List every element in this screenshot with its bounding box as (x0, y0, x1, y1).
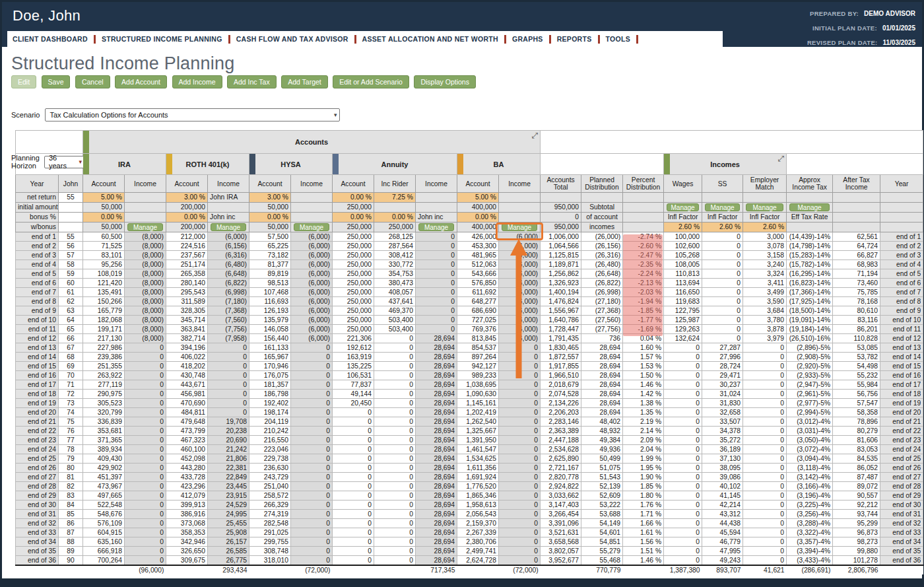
scenario-select[interactable]: Tax Calculation Options for Accounts ▾ (45, 108, 340, 121)
annuity-net-return-field[interactable]: 0.00 % (333, 193, 374, 203)
ba-account: 686,690 (457, 306, 499, 316)
save-button[interactable]: Save (42, 75, 71, 88)
main-nav: CLIENT DASHBOARD STRUCTURED INCOME PLANN… (7, 31, 723, 47)
annuity-initial-amount: 250,000 (333, 203, 374, 213)
col-wages: Wages (664, 175, 702, 193)
manage-income-tax-button[interactable]: Manage (789, 203, 830, 211)
add-income-button[interactable]: Add Income (172, 75, 222, 88)
roth-income: 0 (208, 399, 249, 408)
manage-employer-match-button[interactable]: Manage (746, 203, 783, 211)
roth-bonus-field[interactable]: 0.00 % (166, 213, 208, 223)
add-inc-tax-button[interactable]: Add Inc Tax (227, 75, 277, 88)
annuity-w-bonus: 250,000 (333, 223, 374, 232)
ira-net-return-field[interactable]: 5.00 % (83, 193, 125, 203)
ba-account: 1,691,924 (457, 473, 499, 482)
add-account-button[interactable]: Add Account (115, 75, 167, 88)
ba-net-return-field[interactable]: 5.00 % (457, 193, 499, 203)
ba-account: 813,845 (457, 334, 499, 343)
planned-distribution: 51,075 (581, 464, 623, 473)
annuity-inc-rider: 0 (374, 362, 416, 371)
col-percent-distribution: Percent Distribution (623, 175, 664, 193)
roth-income: (7,368) (208, 306, 249, 316)
nav-separator (228, 35, 230, 44)
ss: 49,243 (702, 556, 743, 566)
planned-distribution: 55,468 (581, 556, 623, 566)
nav-reports[interactable]: REPORTS (557, 35, 592, 43)
wages-infl-factor-field[interactable]: 2.60 % (664, 223, 702, 232)
manage-ira-income-button[interactable]: Manage (127, 223, 164, 231)
employer-match: 3,979 (743, 334, 787, 343)
nav-asset-allocation-net-worth[interactable]: ASSET ALLOCATION AND NET WORTH (362, 35, 498, 43)
ba-income: 0 (499, 399, 541, 408)
percent-distribution: 1.51 % (623, 547, 664, 556)
year-label-right: end of 15 (880, 362, 923, 371)
ba-account: 1,090,630 (457, 390, 499, 399)
annuity-inc-rider: 0 (374, 501, 416, 510)
ba-income: (6,000) (499, 297, 541, 306)
percent-distribution: -2.13 % (623, 279, 664, 288)
roth-income-name: John inc (208, 213, 249, 223)
manage-wages-button[interactable]: Manage (667, 203, 700, 211)
hysa-income: (6,000) (291, 260, 333, 269)
nav-structured-income-planning[interactable]: STRUCTURED INCOME PLANNING (102, 35, 222, 43)
annuity-bonus-field[interactable]: 0.00 % (333, 213, 374, 223)
ira-account: 251,355 (83, 362, 125, 371)
approx-income-tax: (3,118)-4% (787, 464, 833, 473)
year-label-right: end of 30 (880, 501, 923, 510)
roth-account: 328,305 (166, 306, 208, 316)
display-options-button[interactable]: Display Options (414, 75, 476, 88)
cancel-button[interactable]: Cancel (75, 75, 110, 88)
toolbar: Edit Save Cancel Add Account Add Income … (11, 75, 922, 88)
manage-roth-income-button[interactable]: Manage (211, 223, 247, 231)
inc-rider-rate-field[interactable]: 7.25 % (374, 193, 416, 203)
w-bonus-row: w/bonus 50,000 Manage 200,000 Manage 50,… (16, 223, 923, 232)
hysa-income: 0 (291, 473, 333, 482)
ira-bonus-field[interactable]: 0.00 % (83, 213, 125, 223)
percent-distribution: -2.60 % (623, 242, 664, 251)
employer-match-infl-factor-field[interactable]: 2.60 % (743, 223, 787, 232)
roth-income: 25,908 (208, 528, 249, 537)
table-row: end of 2074320,7990484,8110198,17400028,… (16, 408, 923, 417)
hysa-income: (6,000) (291, 297, 333, 306)
nav-cash-flow-tax-advisor[interactable]: CASH FLOW AND TAX ADVISOR (236, 35, 348, 43)
expand-icon[interactable]: ⤢ (531, 131, 538, 139)
roth-net-return-field[interactable]: 3.00 % (166, 193, 208, 203)
employer-match: 3,078 (743, 242, 787, 251)
percent-distribution-cell (623, 203, 664, 213)
year-label-right: end of 36 (880, 556, 923, 566)
edit-button[interactable]: Edit (11, 75, 36, 88)
planned-distribution: (26,156) (581, 242, 623, 251)
ss: 0 (702, 279, 743, 288)
manage-ba-income-button[interactable]: Manage (502, 223, 538, 231)
hysa-account: 251,040 (249, 482, 291, 491)
nav-client-dashboard[interactable]: CLIENT DASHBOARD (13, 35, 88, 43)
ss-manage-cell: Manage (702, 203, 743, 213)
percent-distribution (623, 565, 664, 574)
ba-account: 648,277 (457, 297, 499, 306)
ira-account: 217,130 (83, 334, 125, 343)
wages: 0 (664, 501, 702, 510)
manage-ss-button[interactable]: Manage (705, 203, 741, 211)
manage-hysa-income-button[interactable]: Manage (294, 223, 330, 231)
hysa-net-return-field[interactable]: 3.00 % (249, 193, 291, 203)
ba-bonus-field[interactable]: 0.00 % (457, 213, 499, 223)
col-planned-distribution: Planned Distribution (581, 175, 623, 193)
year-label: end of 17 (16, 380, 59, 390)
expand-icon[interactable]: ⤢ (777, 155, 784, 162)
year-label (16, 565, 59, 574)
nav-graphs[interactable]: GRAPHS (512, 35, 543, 43)
nav-tools[interactable]: TOOLS (606, 35, 630, 43)
ira-income: 0 (125, 547, 166, 556)
planned-distribution: 54,851 (581, 537, 623, 547)
add-target-button[interactable]: Add Target (281, 75, 328, 88)
planning-horizon-select[interactable]: 36 years ▾ (44, 156, 85, 168)
edit-or-add-scenario-button[interactable]: Edit or Add Scenario (333, 75, 409, 88)
inc-rider-bonus-field[interactable]: 0.00 % (374, 213, 416, 223)
ira-account: 497,665 (83, 491, 125, 501)
account-header-ira: IRA (83, 154, 166, 175)
accounts-total-bonus: 0 (541, 213, 581, 223)
ba-income: 0 (499, 353, 541, 362)
hysa-bonus-field[interactable]: 0.00 % (249, 213, 291, 223)
manage-annuity-income-button[interactable]: Manage (418, 223, 455, 231)
ss-infl-factor-field[interactable]: 2.60 % (702, 223, 743, 232)
